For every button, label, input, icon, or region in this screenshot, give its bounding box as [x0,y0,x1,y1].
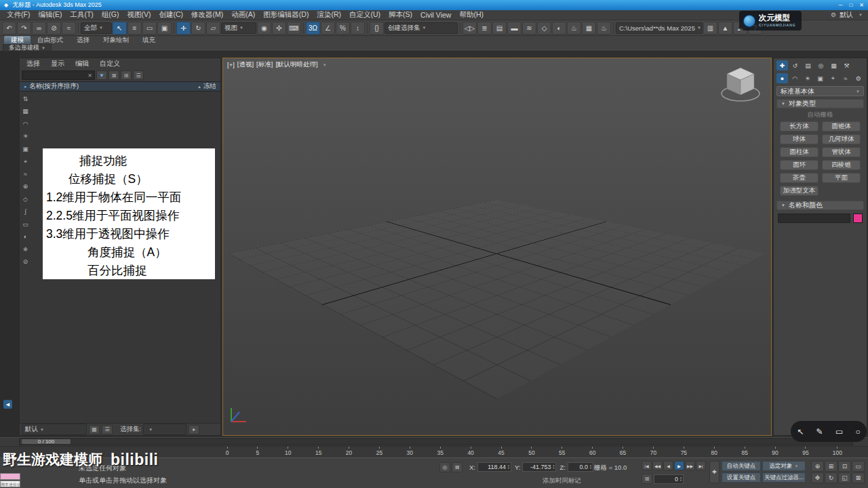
key-filters-button[interactable]: 关键点过滤器... [762,472,806,483]
time-slider[interactable]: 0 / 100 [19,438,853,445]
explorer-settings-icon[interactable]: ☰ [133,70,144,80]
viewport-menu-shading[interactable]: [默认明暗处理] [275,60,317,69]
scene-explorer-menu[interactable]: 编辑 [75,59,89,68]
redo-icon[interactable]: ↷ [17,22,31,35]
go-to-end-button[interactable]: ▶| [696,461,706,470]
ribbon-tab-object-paint[interactable]: 对象绘制 [96,36,136,44]
tube-button[interactable]: 管状体 [822,147,861,157]
schematic-view-icon[interactable]: ◇ [537,22,551,35]
selection-lock-toggle-icon[interactable]: ⊠ [452,462,462,472]
select-and-link-icon[interactable]: ∞ [32,22,46,35]
display-xrefs-icon[interactable]: ◇ [21,195,30,203]
go-to-start-button[interactable]: |◀ [642,461,652,470]
text-plus-button[interactable]: 加强型文本 [780,186,818,196]
ribbon-toggle-icon[interactable]: ▬ [507,22,521,35]
asset-library-icon[interactable]: ▥ [703,22,717,35]
spinner-icon[interactable] [589,464,592,470]
explorer-footer-arrow-icon[interactable]: ▸ [189,425,199,434]
explorer-search-input[interactable]: ✕ [22,70,95,80]
ribbon-tab-populate[interactable]: 填充 [136,36,162,44]
clear-search-icon[interactable]: ✕ [87,73,92,79]
z-coordinate-field[interactable]: 0.0 [568,462,593,472]
reference-coordinate-dropdown[interactable]: 视图▼ [221,22,256,34]
zoom-all-icon[interactable]: ⊞ [825,461,837,472]
lights-category-icon[interactable]: ☀ [802,73,813,83]
add-time-tag[interactable]: 添加时间标记 [542,476,581,485]
menu-item[interactable]: 创建(C) [155,10,188,20]
scene-explorer-menu[interactable]: 显示 [51,59,64,68]
object-name-field[interactable] [778,214,850,223]
hierarchy-panel-icon[interactable]: ▤ [802,60,814,70]
spinner-icon[interactable] [679,476,682,482]
menu-item[interactable]: 自定义(U) [345,10,384,20]
key-mode-toggle-icon[interactable]: ⊞ [642,474,652,484]
mirror-icon[interactable]: ◁▷ [462,22,477,35]
cone-button[interactable]: 圆锥体 [822,121,861,131]
pick-parent-icon[interactable]: ⊞ [121,70,132,80]
set-key-mode-button[interactable]: 设置关键点 [722,472,761,483]
bind-to-space-warp-icon[interactable]: ≈ [62,22,76,35]
cylinder-button[interactable]: 圆柱体 [780,147,818,157]
viewport-menu-pov[interactable]: [透视] [237,60,254,69]
autogrid-checkbox[interactable]: 自动栅格 [774,110,867,119]
display-groups-icon[interactable]: ⊕ [21,182,30,191]
zoom-extents-icon[interactable]: ⊡ [838,461,851,472]
utilities-panel-icon[interactable]: ⚒ [841,60,852,70]
rectangular-region-icon[interactable]: ▭ [142,22,157,35]
workspace-selector[interactable]: ⚙ 默认 ▼ [831,10,865,20]
track-bar[interactable]: 0510152025303540455055606570758085909510… [224,446,842,458]
named-selection-sets-dropdown[interactable]: 创建选择集▼ [384,22,458,34]
cameras-category-icon[interactable]: ▣ [814,73,826,83]
teapot-button[interactable]: 茶壶 [780,173,818,183]
selection-filter-dropdown[interactable]: 全部▼ [81,22,112,34]
select-and-scale-icon[interactable]: ▱ [206,22,220,35]
menu-item[interactable]: 视图(V) [123,10,155,20]
next-frame-button[interactable]: ▶▶ [685,461,695,470]
display-containers-icon[interactable]: ▭ [21,220,30,228]
isolate-selection-toggle-icon[interactable]: ◎ [439,462,450,472]
spinner-icon[interactable] [552,464,555,470]
sphere-button[interactable]: 球体 [780,134,818,144]
systems-category-icon[interactable]: ⚙ [852,73,864,83]
display-materials-icon[interactable]: ◐ [21,232,30,241]
menu-item[interactable]: 工具(T) [66,10,97,20]
spinner-icon[interactable] [507,464,510,470]
torus-button[interactable]: 圆环 [780,160,818,170]
selection-set-dropdown[interactable]: ▼ [143,424,186,435]
display-lights-icon[interactable]: ☀ [21,132,30,141]
expand-panel-button[interactable]: ◀ [3,400,12,409]
menu-item[interactable]: 渲染(R) [313,10,345,20]
display-cameras-icon[interactable]: ▣ [21,144,30,153]
select-and-manipulate-icon[interactable]: ✣ [272,22,286,35]
scene-explorer-menu[interactable]: 选择 [26,59,40,68]
unlink-selection-icon[interactable]: ⊘ [47,22,61,35]
box-button[interactable]: 长方体 [780,121,818,131]
layer-explorer-icon[interactable]: ▤ [492,22,507,35]
angle-snap-icon[interactable]: ∠ [321,22,335,35]
display-helpers-icon[interactable]: ⌖ [21,157,30,166]
auto-key-button[interactable]: 自动关键点 [722,461,761,471]
object-type-rollout[interactable]: ▼对象类型 [776,99,864,108]
app-icon[interactable]: ◆ [4,2,8,8]
align-icon[interactable]: ≣ [477,22,492,35]
project-folder-dropdown[interactable]: C:\Users\ad**ds Max 2025▼ [616,22,703,34]
maximize-viewport-icon[interactable]: ⊠ [852,472,865,483]
menu-item[interactable]: 图形编辑器(D) [259,10,313,20]
create-panel-icon[interactable]: ✚ [776,60,788,70]
edit-named-selections-icon[interactable]: {} [370,22,384,35]
percent-snap-icon[interactable]: % [336,22,350,35]
pan-icon[interactable]: ✥ [811,472,824,483]
menu-item[interactable]: 动画(A) [227,10,259,20]
explorer-sort-icon[interactable]: ⇅ [21,94,30,103]
set-key-button[interactable]: ✚ [709,461,719,483]
object-color-swatch[interactable] [853,214,863,223]
display-spacewarps-icon[interactable]: ≈ [21,169,30,178]
maximize-button[interactable]: □ [849,2,852,8]
frame-tool-icon[interactable]: ▭ [835,427,843,436]
curve-editor-icon[interactable]: ≋ [522,22,536,35]
render-setup-icon[interactable]: ♨ [567,22,581,35]
time-slider-handle[interactable]: 0 / 100 [21,439,71,445]
menu-item[interactable]: 帮助(H) [455,10,488,20]
viewport-menu-general[interactable]: [+] [227,61,235,68]
viewport[interactable]: [+] [透视] [标准] [默认明暗处理] ▼ [222,58,772,436]
